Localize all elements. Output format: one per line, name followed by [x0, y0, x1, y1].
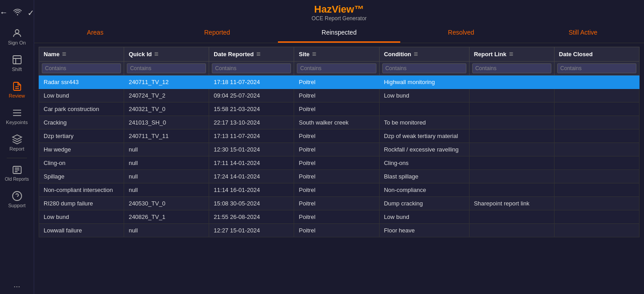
table-cell: Low bund [39, 210, 124, 224]
filter-input-report-link[interactable] [472, 63, 551, 73]
table-cell: South walker creek [294, 116, 379, 129]
tab-bar: Areas Reported Reinspected Resolved Stil… [34, 23, 644, 43]
sidebar-top-bar: ← ✓ [0, 4, 34, 23]
table-cell: 17:24 14-01-2024 [209, 170, 294, 183]
sidebar-item-report[interactable]: Report [0, 129, 34, 156]
filter-input-date-closed[interactable] [557, 63, 636, 73]
table-cell [554, 170, 639, 183]
table-cell: Cracking [39, 116, 124, 129]
table-cell: 240724_TV_2 [124, 89, 209, 102]
filter-input-condition[interactable] [382, 63, 466, 73]
table-cell: Non-compliant intersection [39, 183, 124, 197]
sidebar-item-label: Shift [12, 67, 22, 72]
table-cell: 17:11 14-01-2024 [209, 156, 294, 170]
table-cell: Poitrel [294, 183, 379, 197]
table-container: Name ☰ Quick Id ☰ Date Reported ☰ [34, 43, 644, 294]
table-cell: RI280 dump failure [39, 197, 124, 210]
table-cell [554, 210, 639, 224]
table-cell: null [124, 183, 209, 197]
sort-icon-report-link[interactable]: ☰ [509, 52, 513, 57]
tab-still-active[interactable]: Still Active [522, 23, 644, 43]
table-cell [554, 143, 639, 156]
table-cell: Low bund [39, 89, 124, 102]
table-cell [554, 76, 639, 89]
sort-icon-condition[interactable]: ☰ [414, 52, 418, 57]
table-cell: 11:14 16-01-2024 [209, 183, 294, 197]
table-cell [469, 116, 554, 129]
filter-input-name[interactable] [42, 63, 121, 73]
table-row[interactable]: Lowwall failurenull12:27 15-01-2024Poitr… [39, 224, 640, 237]
sidebar-item-sign-on[interactable]: Sign On [0, 23, 34, 50]
table-cell: Cling-on [39, 156, 124, 170]
table-cell [554, 224, 639, 237]
table-row[interactable]: Hw wedgenull12:30 15-01-2024PoitrelRockf… [39, 143, 640, 156]
table-row[interactable]: Low bund240724_TV_209:04 25-07-2024Poitr… [39, 89, 640, 102]
table-cell [554, 102, 639, 116]
tab-reported[interactable]: Reported [156, 23, 278, 43]
table-cell [469, 183, 554, 197]
sort-icon-site[interactable]: ☰ [312, 52, 316, 57]
app-subtitle: OCE Report Generator [34, 15, 644, 22]
table-cell [469, 224, 554, 237]
table-row[interactable]: Radar ssr443240711_TV_1217:18 11-07-2024… [39, 76, 640, 89]
table-cell [469, 89, 554, 102]
table-row[interactable]: RI280 dump failure240530_TV_015:08 30-05… [39, 197, 640, 210]
sidebar-item-support[interactable]: Support [0, 186, 34, 213]
table-cell: null [124, 156, 209, 170]
table-cell: 12:30 15-01-2024 [209, 143, 294, 156]
table-row[interactable]: Non-compliant intersectionnull11:14 16-0… [39, 183, 640, 197]
col-header-condition: Condition ☰ [379, 47, 469, 62]
table-body: Radar ssr443240711_TV_1217:18 11-07-2024… [39, 76, 640, 237]
sidebar-item-shift[interactable]: Shift [0, 50, 34, 76]
sidebar-item-label: Support [8, 203, 26, 208]
table-cell: 240826_TV_1 [124, 210, 209, 224]
sidebar-item-label: Report [9, 146, 24, 151]
tab-areas[interactable]: Areas [34, 23, 156, 43]
table-header-row: Name ☰ Quick Id ☰ Date Reported ☰ [39, 47, 640, 62]
filter-cell-condition [379, 62, 469, 76]
table-cell: 09:04 25-07-2024 [209, 89, 294, 102]
table-cell: Hw wedge [39, 143, 124, 156]
table-cell: Highwall monitoring [379, 76, 469, 89]
col-header-date-closed: Date Closed [554, 47, 639, 62]
table-cell [554, 116, 639, 129]
sidebar-item-old-reports[interactable]: Old Reports [0, 160, 34, 186]
tab-resolved[interactable]: Resolved [400, 23, 522, 43]
sort-icon-quick-id[interactable]: ☰ [154, 52, 158, 57]
sidebar-item-keypoints[interactable]: Keypoints [0, 103, 34, 129]
more-options[interactable]: ... [13, 280, 20, 290]
filter-input-site[interactable] [297, 63, 376, 73]
table-row[interactable]: Car park construction240321_TV_015:58 21… [39, 102, 640, 116]
table-row[interactable]: Cling-onnull17:11 14-01-2024PoitrelCling… [39, 156, 640, 170]
table-row[interactable]: Dzp tertiary240711_TV_1117:13 11-07-2024… [39, 129, 640, 143]
table-cell: Spillage [39, 170, 124, 183]
sidebar: ← ✓ Sign On Shift [0, 0, 34, 294]
table-cell [554, 129, 639, 143]
sidebar-item-review[interactable]: Review [0, 76, 34, 103]
table-row[interactable]: Spillagenull17:24 14-01-2024PoitrelBlast… [39, 170, 640, 183]
back-icon[interactable]: ← [0, 8, 8, 18]
tab-reinspected[interactable]: Reinspected [278, 23, 400, 43]
filter-cell-quick-id [124, 62, 209, 76]
app-header: HazView™ OCE Report Generator [34, 0, 644, 23]
col-header-quick-id: Quick Id ☰ [124, 47, 209, 62]
table-cell: Poitrel [294, 197, 379, 210]
filter-cell-report-link [469, 62, 554, 76]
filter-cell-date-reported [209, 62, 294, 76]
filter-input-date-reported[interactable] [212, 63, 291, 73]
table-cell: Lowwall failure [39, 224, 124, 237]
filter-input-quick-id[interactable] [127, 63, 206, 73]
col-header-name: Name ☰ [39, 47, 124, 62]
table-cell: Low bund [379, 210, 469, 224]
svg-point-8 [13, 192, 22, 200]
table-cell: null [124, 224, 209, 237]
table-cell [469, 102, 554, 116]
table-cell [469, 76, 554, 89]
col-header-date-reported: Date Reported ☰ [209, 47, 294, 62]
sort-icon-name[interactable]: ☰ [62, 52, 66, 57]
filter-cell-date-closed [554, 62, 639, 76]
table-row[interactable]: Low bund240826_TV_121:55 26-08-2024Poitr… [39, 210, 640, 224]
table-cell: null [124, 170, 209, 183]
sort-icon-date-reported[interactable]: ☰ [256, 52, 260, 57]
table-row[interactable]: Cracking241013_SH_022:17 13-10-2024South… [39, 116, 640, 129]
